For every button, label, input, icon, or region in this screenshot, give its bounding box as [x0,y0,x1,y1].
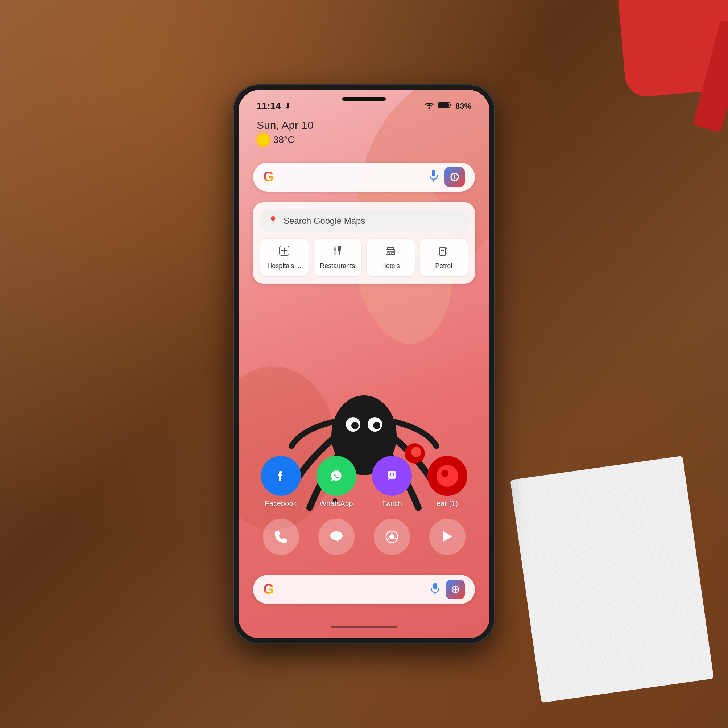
svg-point-36 [441,470,448,477]
book-doodle-pattern [510,456,714,703]
bottom-mic-icon[interactable] [430,582,440,597]
svg-rect-26 [440,247,445,255]
svg-rect-31 [388,471,396,479]
dock-play-store[interactable] [429,519,465,555]
bottom-google-g-logo: G [263,581,274,597]
google-search-bar[interactable]: G [253,162,475,192]
maps-cat-hotels[interactable]: Hotels [367,239,415,276]
wifi-icon [424,101,434,111]
hotels-icon [385,245,396,259]
google-lens-icon[interactable] [445,167,465,187]
maps-cat-restaurants[interactable]: Restaurants [314,239,362,276]
svg-point-3 [351,422,359,429]
svg-point-9 [411,447,421,457]
restaurants-icon [332,245,343,259]
temperature-display: 38°C [273,134,294,146]
whatsapp-icon[interactable] [317,456,356,496]
svg-rect-14 [432,170,436,176]
twitch-label: Twitch [381,500,402,508]
restaurants-label: Restaurants [320,262,355,270]
svg-rect-23 [389,252,392,254]
maps-cat-petrol[interactable]: Petrol [420,239,468,276]
battery-icon [438,101,452,111]
character-illustration [281,356,447,537]
camera-notch [342,97,386,101]
dock-icons [253,519,475,555]
facebook-icon[interactable] [261,456,301,496]
maps-search-placeholder: Search Google Maps [283,216,460,226]
svg-rect-33 [393,473,394,475]
svg-rect-24 [387,251,388,253]
app-item-facebook[interactable]: Facebook [261,456,301,508]
date-weather-widget: Sun, Apr 10 38°C [257,119,314,147]
svg-rect-12 [439,103,449,107]
google-mic-icon[interactable] [428,169,439,185]
date-display: Sun, Apr 10 [257,119,314,131]
download-icon: ⬇ [284,102,291,110]
maps-categories: Hospitals ... Restaurants [260,239,468,276]
svg-rect-42 [433,583,437,589]
bottom-lens-icon[interactable] [446,580,465,599]
status-time-group: 11:14 ⬇ [257,101,291,112]
svg-rect-25 [392,251,394,253]
petrol-icon [438,245,449,259]
weather-row: 38°C [257,133,314,147]
bottom-google-search-bar[interactable]: G [253,575,475,604]
hospitals-icon [279,245,290,259]
dock-phone[interactable] [263,519,299,555]
app-item-ear[interactable]: ear (1) [427,456,467,508]
svg-rect-13 [450,104,451,106]
dock-chrome[interactable] [374,519,410,555]
dock-messages[interactable] [318,519,355,555]
battery-percent: 83% [455,101,471,111]
svg-point-38 [389,534,395,539]
weather-sun-icon [257,133,270,147]
svg-point-10 [428,107,430,109]
phone-body: 11:14 ⬇ [234,85,494,644]
svg-point-4 [373,422,380,429]
twitch-icon[interactable] [372,456,412,496]
petrol-label: Petrol [435,262,452,270]
ear-label: ear (1) [436,500,458,508]
phone-screen: 11:14 ⬇ [239,90,489,638]
time-display: 11:14 [257,101,281,112]
svg-rect-32 [390,473,391,475]
status-icons-group: 83% [424,101,471,111]
status-bar: 11:14 ⬇ [239,90,489,115]
app-item-twitch[interactable]: Twitch [372,456,412,508]
hotels-label: Hotels [381,262,400,270]
facebook-label: Facebook [265,500,297,508]
svg-line-40 [394,538,397,539]
svg-line-41 [387,538,390,539]
home-indicator [331,626,397,628]
app-item-whatsapp[interactable]: WhatsApp [317,456,356,508]
maps-search-row[interactable]: 📍 Search Google Maps [260,210,468,232]
maps-widget[interactable]: 📍 Search Google Maps Hospitals ... [253,202,475,284]
maps-pin-icon: 📍 [268,216,278,226]
maps-cat-hospitals[interactable]: Hospitals ... [260,239,309,276]
whatsapp-label: WhatsApp [320,500,353,508]
google-g-logo: G [263,169,274,185]
ear-icon[interactable] [427,456,467,496]
book-background [510,456,714,703]
app-icons-row: Facebook WhatsApp [253,456,475,508]
hospitals-label: Hospitals ... [267,262,301,270]
phone-wrapper: 11:14 ⬇ [234,85,494,644]
